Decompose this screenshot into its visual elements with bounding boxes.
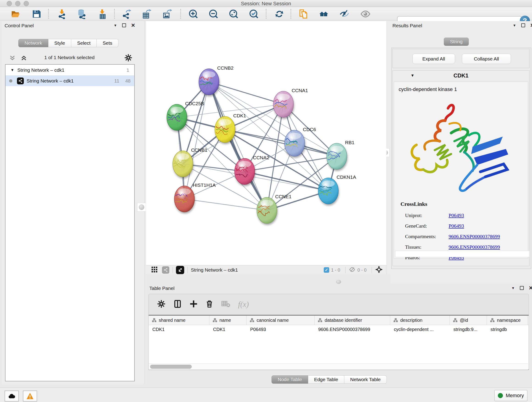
table-cell[interactable]: CDK1 bbox=[149, 325, 209, 334]
panel-float-icon[interactable] bbox=[521, 23, 525, 27]
show-column-icon[interactable] bbox=[173, 300, 182, 309]
warning-status-button[interactable] bbox=[23, 390, 37, 402]
export-image-icon[interactable] bbox=[162, 9, 172, 19]
vertical-splitter-left[interactable] bbox=[137, 21, 146, 384]
panel-menu-icon[interactable]: ▼ bbox=[511, 286, 515, 290]
show-grid-icon[interactable] bbox=[151, 266, 158, 274]
table-cell[interactable]: 9606.ENSP00000378699 bbox=[315, 325, 390, 334]
zoom-fit-content-icon[interactable] bbox=[228, 9, 239, 19]
delete-table-icon[interactable] bbox=[221, 300, 230, 309]
graph-node-RB1[interactable] bbox=[327, 143, 347, 169]
graph-edge[interactable] bbox=[245, 172, 328, 191]
graph-node-CCNB2[interactable] bbox=[199, 69, 219, 95]
import-network-from-database-icon[interactable] bbox=[76, 9, 87, 19]
zoom-selected-icon[interactable] bbox=[249, 9, 259, 19]
selected-checkbox-icon[interactable]: ✓ bbox=[324, 267, 329, 273]
graph-edge[interactable] bbox=[184, 199, 267, 211]
birdseye-toggle-icon[interactable] bbox=[176, 266, 184, 274]
network-collection-row[interactable]: ▼ String Network – cdk1 1 bbox=[6, 65, 134, 75]
graph-edge[interactable] bbox=[209, 82, 267, 211]
graph-node-HIST1H1A[interactable] bbox=[174, 186, 195, 212]
entry-header[interactable]: ▼ CDK1 bbox=[393, 70, 529, 81]
graph-node-CDC25B[interactable] bbox=[167, 104, 187, 130]
show-hide-graphics-details-icon[interactable] bbox=[339, 9, 350, 19]
toggle-birdseye-view-icon[interactable] bbox=[360, 9, 371, 19]
column-header-database-identifier[interactable]: database identifier bbox=[315, 316, 390, 325]
refresh-network-icon[interactable] bbox=[274, 9, 285, 19]
import-network-from-file-icon[interactable] bbox=[57, 9, 67, 19]
open-session-docs-icon[interactable] bbox=[298, 9, 308, 19]
panel-menu-icon[interactable]: ▼ bbox=[114, 23, 117, 27]
table-cell[interactable]: stringdb:9... bbox=[450, 325, 487, 334]
import-table-from-file-icon[interactable] bbox=[97, 9, 108, 19]
tab-select[interactable]: Select bbox=[71, 39, 97, 47]
table-cell[interactable]: cyclin-dependent ... bbox=[390, 325, 450, 334]
splitter-grip[interactable] bbox=[137, 203, 146, 211]
panel-close-icon[interactable]: ✕ bbox=[529, 287, 532, 290]
tab-edge-table[interactable]: Edge Table bbox=[308, 375, 344, 384]
panel-close-icon[interactable]: ✕ bbox=[131, 24, 135, 27]
panel-float-icon[interactable] bbox=[122, 23, 126, 27]
export-table-icon[interactable] bbox=[141, 9, 152, 19]
graph-node-CCNB1[interactable] bbox=[173, 151, 193, 177]
network-view-title: String Network – cdk1 bbox=[191, 267, 238, 273]
graph-edge[interactable] bbox=[209, 82, 283, 104]
graph-node-CDK1[interactable] bbox=[215, 116, 235, 143]
table-horizontal-scrollbar[interactable] bbox=[149, 364, 528, 370]
add-column-icon[interactable] bbox=[190, 300, 198, 309]
table-row[interactable]: CDK1CDK1P064939606.ENSP00000378699cyclin… bbox=[149, 325, 529, 334]
node-table[interactable]: shared namenamecanonical namedatabase id… bbox=[148, 315, 529, 370]
tab-node-table[interactable]: Node Table bbox=[272, 375, 308, 384]
tab-sets[interactable]: Sets bbox=[97, 39, 119, 47]
show-all-networks-icon[interactable] bbox=[318, 9, 329, 19]
delete-column-icon[interactable] bbox=[206, 300, 213, 309]
crosslink-label: Uniprot: bbox=[405, 212, 449, 218]
save-session-icon[interactable] bbox=[31, 9, 42, 19]
table-cell[interactable]: stringdb bbox=[487, 325, 528, 334]
graph-node-CCNA2[interactable] bbox=[234, 158, 255, 185]
crosslink-link[interactable]: P06493 bbox=[449, 223, 464, 229]
panel-float-icon[interactable] bbox=[520, 286, 524, 290]
column-header-canonical-name[interactable]: canonical name bbox=[247, 316, 315, 325]
memory-button[interactable]: Memory bbox=[494, 390, 527, 401]
hidden-eye-icon[interactable] bbox=[349, 267, 355, 274]
tab-string[interactable]: String bbox=[444, 38, 469, 46]
column-header-description[interactable]: description bbox=[390, 316, 450, 325]
collapse-all-button[interactable]: Collapse All bbox=[462, 54, 511, 64]
zoom-in-icon[interactable] bbox=[188, 9, 199, 19]
graph-node-CDKN1A[interactable] bbox=[318, 178, 338, 204]
expand-all-button[interactable]: Expand All bbox=[412, 54, 455, 64]
fit-selected-crosshair-icon[interactable] bbox=[375, 266, 383, 274]
function-builder-icon[interactable]: f(x) bbox=[238, 300, 249, 309]
graph-node-CCNE1[interactable] bbox=[257, 197, 277, 223]
panel-close-icon[interactable]: ✕ bbox=[530, 24, 532, 27]
open-file-icon[interactable] bbox=[10, 9, 21, 19]
tab-style[interactable]: Style bbox=[48, 39, 71, 47]
graph-node-CDC6[interactable] bbox=[285, 130, 305, 156]
splitter-grip[interactable] bbox=[336, 280, 341, 284]
network-options-gear-icon[interactable] bbox=[124, 54, 133, 63]
scrollbar-thumb[interactable] bbox=[150, 365, 192, 369]
column-header-namespace[interactable]: namespace bbox=[487, 316, 528, 325]
crosslink-link[interactable]: 9606.ENSP00000378699 bbox=[449, 234, 500, 240]
network-share-icon[interactable] bbox=[162, 266, 169, 274]
table-cell[interactable]: CDK1 bbox=[209, 325, 247, 334]
crosslink-link[interactable]: P06493 bbox=[449, 212, 464, 218]
table-options-gear-icon[interactable] bbox=[157, 300, 166, 309]
graph-node-CCNA1[interactable] bbox=[273, 91, 293, 117]
column-header-@id[interactable]: @id bbox=[450, 316, 487, 325]
zoom-out-icon[interactable] bbox=[208, 9, 219, 19]
column-header-name[interactable]: name bbox=[209, 316, 247, 325]
crosslink-link[interactable]: 9606.ENSP00000378699 bbox=[449, 244, 500, 250]
tab-network-table[interactable]: Network Table bbox=[344, 375, 387, 384]
table-cell[interactable]: P06493 bbox=[247, 325, 315, 334]
export-network-icon[interactable] bbox=[121, 9, 132, 19]
network-canvas[interactable]: CCNB2CCNA1CDC25BCDK1CDC6RB1CCNB1CCNA2CDK… bbox=[146, 21, 386, 274]
network-graph[interactable]: CCNB2CCNA1CDC25BCDK1CDC6RB1CCNB1CCNA2CDK… bbox=[146, 21, 386, 265]
tab-network[interactable]: Network bbox=[18, 39, 48, 47]
column-header-shared-name[interactable]: shared name bbox=[149, 316, 209, 325]
cloud-status-button[interactable] bbox=[5, 390, 19, 402]
tree-expand-arrow-icon[interactable]: ▼ bbox=[11, 68, 14, 72]
panel-menu-icon[interactable]: ▼ bbox=[513, 23, 516, 27]
network-row-selected[interactable]: String Network – cdk1 11 48 bbox=[6, 75, 134, 86]
